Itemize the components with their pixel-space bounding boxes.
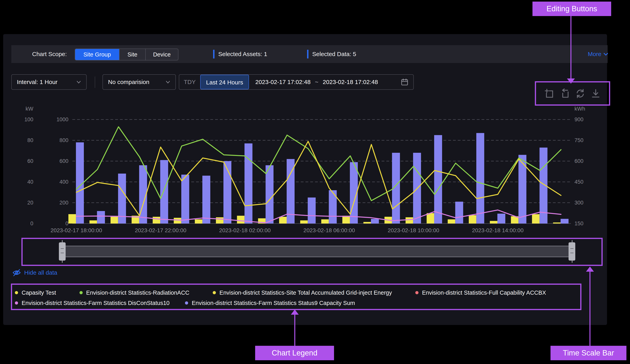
- legend-item[interactable]: Envision-district Statistics-Site Total …: [213, 290, 392, 296]
- bar[interactable]: [68, 214, 76, 224]
- x-axis-tick: 2023-02-18 06:00:00: [304, 227, 355, 233]
- bar[interactable]: [448, 219, 455, 224]
- y-axis-kw-tick: 80: [27, 137, 33, 143]
- bar[interactable]: [216, 217, 224, 224]
- legend-row-2: Envision-district Statistics-Farm Statis…: [15, 298, 580, 308]
- time-scale-track[interactable]: [62, 246, 575, 257]
- bar[interactable]: [371, 219, 379, 224]
- y-axis-kw-tick: 60: [27, 158, 33, 164]
- bar[interactable]: [110, 217, 118, 224]
- slider-handle-right[interactable]: [568, 242, 575, 261]
- y-axis-kw-tick: 0: [30, 221, 33, 227]
- line-series: [76, 141, 561, 216]
- bar[interactable]: [553, 223, 560, 224]
- y-axis-kwh-tick: 900: [574, 116, 584, 122]
- slider-handle-left[interactable]: [59, 242, 66, 261]
- bar[interactable]: [195, 219, 202, 224]
- annotation-chart-legend: Chart Legend: [255, 346, 334, 360]
- bar[interactable]: [279, 217, 287, 224]
- y-axis-kw-tick: 100: [24, 116, 33, 122]
- bar[interactable]: [363, 222, 371, 224]
- legend-item[interactable]: Envision-district Statistics-Farm Statis…: [185, 300, 355, 306]
- bar[interactable]: [532, 214, 540, 224]
- bar[interactable]: [342, 216, 350, 224]
- bar[interactable]: [476, 133, 484, 224]
- left-axis-title: kW: [26, 106, 34, 112]
- y-axis-inner-tick: 0: [66, 221, 68, 227]
- legend-dot: [415, 291, 418, 294]
- chart-legend: Capasity TestEnvision-district Statistic…: [11, 284, 582, 310]
- legend-item[interactable]: Capasity Test: [15, 290, 56, 296]
- bar[interactable]: [321, 219, 329, 224]
- bar[interactable]: [434, 135, 442, 224]
- x-axis-tick: 2023-02-17 18:00:00: [50, 227, 102, 233]
- y-axis-kw-tick: 40: [27, 179, 33, 185]
- bar[interactable]: [498, 214, 505, 224]
- bar[interactable]: [97, 211, 105, 224]
- bar[interactable]: [202, 176, 210, 224]
- y-axis-kwh-tick: 150: [574, 221, 584, 227]
- bar[interactable]: [455, 202, 463, 224]
- legend-dot: [80, 291, 83, 294]
- legend-dot: [185, 301, 188, 305]
- legend-item[interactable]: Envision-district Statistics-Farm Statis…: [15, 300, 170, 306]
- y-axis-inner-tick: 200: [60, 200, 68, 206]
- y-axis-kwh-tick: 750: [574, 137, 584, 143]
- bar[interactable]: [174, 218, 182, 224]
- bar[interactable]: [153, 217, 160, 224]
- x-axis-tick: 2023-02-18 10:00:00: [388, 227, 439, 233]
- bar[interactable]: [244, 143, 252, 224]
- legend-item[interactable]: Envision-district Statistics-Full Capabi…: [415, 290, 546, 296]
- y-axis-inner-tick: 600: [60, 158, 68, 164]
- bar[interactable]: [160, 160, 168, 224]
- bar[interactable]: [237, 216, 244, 224]
- bar[interactable]: [560, 219, 568, 224]
- y-axis-kwh-tick: 300: [574, 200, 584, 206]
- line-series: [76, 210, 561, 223]
- x-axis-tick: 2023-02-18 14:00:00: [472, 227, 524, 233]
- bar[interactable]: [518, 155, 526, 224]
- legend-label: Envision-district Statistics-Farm Statis…: [22, 300, 170, 306]
- legend-label: Envision-district Statistics-Full Capabi…: [422, 290, 546, 296]
- legend-label: Envision-district Statistics-Site Total …: [220, 290, 392, 296]
- legend-label: Capasity Test: [22, 290, 56, 296]
- bar[interactable]: [490, 221, 498, 224]
- hide-all-data-button[interactable]: Hide all data: [12, 268, 57, 277]
- x-axis-tick: 2023-02-18 02:00:00: [219, 227, 270, 233]
- legend-dot: [213, 291, 216, 294]
- y-axis-kwh-tick: 600: [574, 158, 584, 164]
- y-axis-inner-tick: 1000: [56, 116, 68, 122]
- annotation-time-scale-bar: Time Scale Bar: [550, 346, 626, 360]
- bar[interactable]: [300, 220, 308, 224]
- bar[interactable]: [469, 215, 476, 224]
- y-axis-inner-tick: 800: [60, 137, 68, 143]
- bar[interactable]: [182, 175, 189, 224]
- y-axis-kwh-tick: 450: [574, 179, 584, 185]
- bar[interactable]: [308, 198, 316, 224]
- eye-off-icon: [12, 268, 21, 277]
- bar[interactable]: [406, 217, 413, 224]
- legend-dot: [15, 291, 18, 294]
- legend-label: Envision-district Statistics-Farm Statis…: [192, 300, 355, 306]
- annotation-editing-buttons: Editing Buttons: [532, 1, 611, 16]
- bar[interactable]: [426, 213, 434, 224]
- legend-row-1: Capasity TestEnvision-district Statistic…: [15, 288, 580, 298]
- bar[interactable]: [90, 220, 97, 224]
- legend-label: Envision-district Statistics-RadiationAC…: [86, 290, 190, 296]
- legend-dot: [15, 301, 18, 305]
- y-axis-kw-tick: 20: [27, 200, 33, 206]
- x-axis-tick: 2023-02-17 22:00:00: [135, 227, 186, 233]
- y-axis-inner-tick: 400: [60, 179, 68, 185]
- bar[interactable]: [266, 165, 274, 224]
- hide-all-data-label: Hide all data: [24, 269, 57, 276]
- right-axis-title: kWh: [574, 106, 585, 112]
- legend-item[interactable]: Envision-district Statistics-RadiationAC…: [80, 290, 190, 296]
